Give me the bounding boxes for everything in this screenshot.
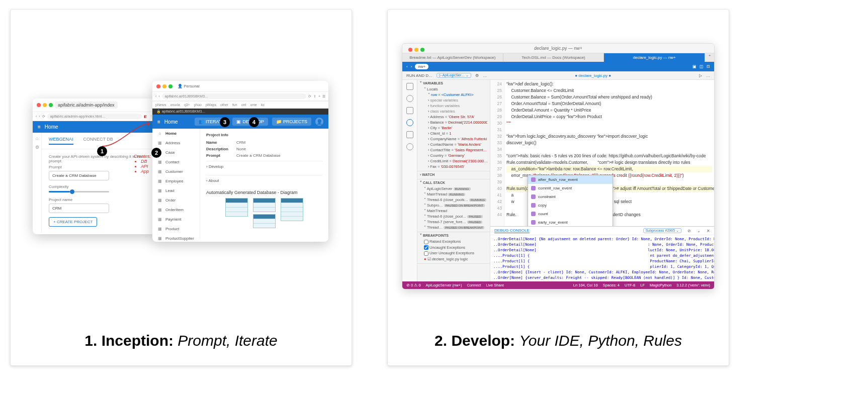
callstack-row[interactable]: ˅ Thread-7 (serve_fore…PAUSED: [420, 219, 487, 225]
nav-fwd-icon[interactable]: ›: [39, 115, 40, 118]
hamburger-icon[interactable]: ≡: [38, 124, 41, 130]
sidebar-item[interactable]: ▦Product: [152, 224, 200, 234]
reload-icon[interactable]: ⟳: [42, 115, 45, 119]
section-develop[interactable]: › Develop: [206, 161, 322, 172]
callstack-row[interactable]: ˅ Subpro…PAUSED ON BREAKPOINT: [420, 203, 487, 208]
var-row[interactable]: › class variables: [420, 109, 487, 114]
bookmark-item[interactable]: kc: [261, 103, 265, 107]
create-project-button[interactable]: + CREATE PROJECT: [49, 217, 97, 227]
breakpoint-option[interactable]: Raised Exceptions: [420, 239, 487, 245]
bookmark-item[interactable]: yhoo: [194, 103, 202, 107]
nav-back-icon[interactable]: ‹: [36, 115, 37, 118]
status-item[interactable]: Spaces: 4: [603, 283, 620, 287]
home-icon[interactable]: ⌂: [36, 136, 38, 141]
callstack-row[interactable]: ˅ MainThread: [420, 208, 487, 214]
intellisense-item[interactable]: copy: [528, 201, 613, 210]
layout-icon[interactable]: ▣: [692, 64, 697, 69]
status-item[interactable]: Connect: [467, 283, 481, 287]
sidebar-item[interactable]: ▦Employee: [152, 176, 200, 186]
variables-header[interactable]: ˅ VARIABLES: [420, 81, 487, 85]
breakpoints-header[interactable]: ˅ BREAKPOINTS: [420, 234, 487, 238]
close-icon[interactable]: [156, 84, 160, 88]
maximize-icon[interactable]: [420, 48, 424, 52]
bookmark-item[interactable]: q3+: [184, 103, 190, 107]
maximize-icon[interactable]: [168, 84, 172, 88]
var-row[interactable]: ˅ row = <Customer ALFKI>: [420, 92, 487, 97]
code-editor[interactable]: 2425262728293031323334353637383940414243…: [490, 80, 714, 226]
intellisense-item[interactable]: commit_row_event: [528, 184, 613, 192]
run-button[interactable]: ▷: [699, 73, 702, 78]
intellisense-item[interactable]: count: [528, 210, 613, 218]
workspace-tab-active[interactable]: declare_logic.py — nw+: [604, 53, 705, 62]
sidebar-item[interactable]: ▦Order: [152, 195, 200, 205]
status-item[interactable]: MagicPython: [650, 283, 671, 287]
tabs-icon[interactable]: ☰: [322, 94, 325, 98]
bookmark-item[interactable]: ome: [250, 103, 257, 107]
workspace-tab[interactable]: Tech-DSL.md — Docs (Workspace): [503, 53, 604, 62]
bookmark-item[interactable]: pMaps: [206, 103, 216, 107]
nav-back-icon[interactable]: ‹: [406, 64, 408, 69]
callstack-row[interactable]: ˅ MainThreadRUNNING: [420, 191, 487, 197]
status-item[interactable]: 3.12.2 ('venv': venv): [676, 283, 710, 287]
gear-icon[interactable]: ⚙: [475, 73, 479, 78]
browser-tab[interactable]: apifabric.ai/admin-app/index: [55, 102, 118, 109]
tab-webgenai[interactable]: WEBGENAI: [49, 137, 73, 145]
callstack-header[interactable]: ˅ CALL STACK: [420, 181, 487, 185]
callstack-row[interactable]: ˅ ApiLogicServerRUNNING: [420, 186, 487, 191]
source-control-icon[interactable]: [406, 107, 413, 114]
console-tab[interactable]: DEBUG CONSOLE: [494, 228, 530, 233]
sidebar-item[interactable]: ▦ProductSupplier: [152, 234, 200, 242]
layout-icon[interactable]: ◫: [700, 64, 704, 69]
status-item[interactable]: Ln 104, Col 10: [573, 283, 598, 287]
debug-icon[interactable]: [406, 119, 413, 126]
watch-header[interactable]: › WATCH: [420, 173, 487, 176]
complexity-slider[interactable]: [49, 191, 109, 192]
extension-icon[interactable]: ◧: [144, 115, 147, 119]
profile-label[interactable]: Personal: [184, 84, 200, 88]
minimize-icon[interactable]: [162, 84, 166, 88]
sidebar-item[interactable]: ▦Address: [152, 138, 200, 148]
gear-icon[interactable]: ⚙: [35, 145, 39, 150]
open-file-tab[interactable]: declare_logic.py: [578, 73, 607, 78]
close-icon[interactable]: [37, 103, 41, 107]
sidebar-item[interactable]: ▦OrderItem: [152, 205, 200, 215]
nav-back-icon[interactable]: ‹: [155, 94, 156, 98]
test-icon[interactable]: [406, 143, 413, 150]
minimize-icon[interactable]: [43, 103, 47, 107]
prompt-input[interactable]: Create a CRM Database: [49, 171, 109, 180]
var-row[interactable]: › Balance = Decimal('2214.0000000…: [420, 120, 487, 125]
nav-fwd-icon[interactable]: ›: [411, 64, 412, 69]
callstack-row[interactable]: ˅ Thread-6 (close_pools…RUNNING: [420, 197, 487, 203]
status-item[interactable]: Live Share: [486, 283, 504, 287]
breakpoint-option[interactable]: Uncaught Exceptions: [420, 245, 487, 251]
bookmark-item[interactable]: ont: [241, 103, 246, 107]
sidebar-item[interactable]: ▦Payment: [152, 215, 200, 224]
sidebar-item[interactable]: ▦Contact: [152, 157, 200, 167]
project-name-input[interactable]: CRM: [49, 204, 109, 213]
locals-node[interactable]: ˅ Locals: [420, 86, 487, 92]
bookmark-item[interactable]: fun: [232, 103, 237, 107]
status-item[interactable]: ApiLogicServer (nw+): [426, 283, 462, 287]
nav-fwd-icon[interactable]: ›: [158, 94, 159, 98]
var-row[interactable]: › ContactName = 'Maria Anders': [420, 142, 487, 147]
extensions-icon[interactable]: [406, 131, 413, 138]
breakpoint-file[interactable]: ● ☑ declare_logic.py logic: [420, 256, 487, 262]
var-row[interactable]: › special variables: [420, 97, 487, 103]
callstack-row[interactable]: ˅ Thread…PAUSED ON BREAKPOINT: [420, 225, 487, 230]
plus-icon[interactable]: +: [318, 94, 320, 98]
reload-icon[interactable]: ⟳: [308, 94, 311, 98]
layout-icon[interactable]: ⊡: [707, 64, 710, 69]
var-row[interactable]: › CreditLimit = Decimal('2300.000…: [420, 158, 487, 164]
var-row[interactable]: › function variables: [420, 103, 487, 109]
var-row[interactable]: › ContactTitle = 'Sales Represent…: [420, 147, 487, 153]
var-row[interactable]: › Country = 'Germany': [420, 153, 487, 158]
callstack-row[interactable]: ˅ Thread-6 (close_pool…PAUSED: [420, 214, 487, 219]
close-icon[interactable]: ✕: [707, 229, 710, 233]
intellisense-item[interactable]: after_flush_row_event: [528, 175, 613, 184]
url-field[interactable]: apifabric.ai/01JB9SBKM3…: [162, 93, 306, 99]
var-row[interactable]: › Address = 'Obere Str. 57A': [420, 114, 487, 120]
intellisense-item[interactable]: constraint: [528, 192, 613, 201]
bookmark-item[interactable]: other: [220, 103, 228, 107]
status-item[interactable]: LF: [640, 283, 645, 287]
collapse-icon[interactable]: ⌄: [697, 229, 701, 233]
